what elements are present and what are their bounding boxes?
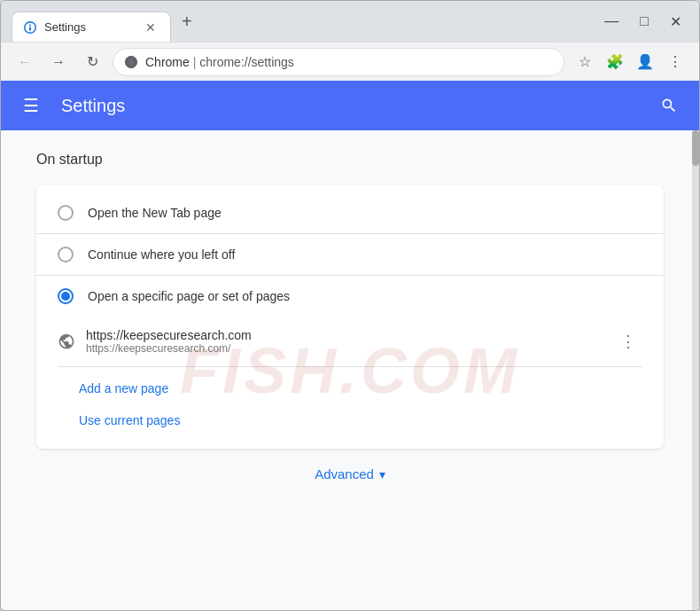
maximize-button[interactable]: □ xyxy=(629,1,659,42)
title-bar: Settings ✕ + — □ ✕ xyxy=(1,1,699,42)
address-actions: ☆ 🧩 👤 ⋮ xyxy=(572,49,688,75)
tab-title: Settings xyxy=(44,20,135,34)
section-title: On startup xyxy=(36,152,664,168)
close-button[interactable]: ✕ xyxy=(659,1,692,42)
url-main: https://keepsecuresearch.com xyxy=(86,328,603,342)
tab-favicon-icon xyxy=(23,20,37,35)
radio-circle-continue xyxy=(58,247,74,262)
profile-button[interactable]: 👤 xyxy=(632,49,658,75)
omnibox-url: Chrome | chrome://settings xyxy=(145,55,553,69)
scrollbar-track xyxy=(692,130,699,610)
add-new-page-button[interactable]: Add a new page xyxy=(79,374,621,403)
radio-option-new-tab[interactable]: Open the New Tab page xyxy=(36,192,664,233)
link-actions: Add a new page Use current pages xyxy=(58,367,642,442)
content-area: FISH.COM On startup Open the New Tab pag… xyxy=(1,130,699,610)
omnibox[interactable]: Chrome | chrome://settings xyxy=(113,48,564,76)
address-bar: ← → ↻ Chrome | chrome://settings ☆ 🧩 👤 ⋮ xyxy=(1,42,699,81)
use-current-pages-button[interactable]: Use current pages xyxy=(79,406,621,435)
app-header: ☰ Settings xyxy=(1,81,699,130)
browser-window: Settings ✕ + — □ ✕ ← → ↻ Chrome | chrom xyxy=(0,0,700,611)
refresh-button[interactable]: ↻ xyxy=(79,49,105,75)
globe-icon xyxy=(58,333,75,350)
radio-option-specific[interactable]: Open a specific page or set of pages xyxy=(36,276,664,317)
bookmark-button[interactable]: ☆ xyxy=(572,49,598,75)
main-content: FISH.COM On startup Open the New Tab pag… xyxy=(1,130,699,610)
radio-label-new-tab: Open the New Tab page xyxy=(88,206,222,220)
advanced-label: Advanced xyxy=(315,466,374,482)
radio-circle-new-tab xyxy=(58,205,74,221)
tab-close-button[interactable]: ✕ xyxy=(142,19,159,36)
menu-button[interactable]: ⋮ xyxy=(662,49,688,75)
radio-label-specific: Open a specific page or set of pages xyxy=(88,289,290,303)
advanced-button[interactable]: Advanced ▾ xyxy=(315,466,385,482)
url-sub: https://keepsecuresearch.com/ xyxy=(86,342,603,355)
url-section: https://keepsecuresearch.com https://kee… xyxy=(36,317,664,442)
advanced-section: Advanced ▾ xyxy=(36,449,664,499)
new-tab-button[interactable]: + xyxy=(175,12,199,32)
extensions-button[interactable]: 🧩 xyxy=(602,49,628,75)
startup-card: Open the New Tab page Continue where you… xyxy=(36,185,664,449)
settings-tab[interactable]: Settings ✕ xyxy=(12,12,171,42)
window-controls: — □ ✕ xyxy=(594,1,692,42)
app-title: Settings xyxy=(61,96,639,116)
minimize-button[interactable]: — xyxy=(594,1,629,42)
url-item: https://keepsecuresearch.com https://kee… xyxy=(58,317,642,367)
tabs-bar: Settings ✕ + xyxy=(8,1,594,42)
radio-label-continue: Continue where you left off xyxy=(88,247,235,262)
url-texts: https://keepsecuresearch.com https://kee… xyxy=(86,328,603,355)
scrollbar-thumb[interactable] xyxy=(692,130,699,166)
chevron-down-icon: ▾ xyxy=(379,467,385,482)
back-button[interactable]: ← xyxy=(12,49,38,75)
radio-circle-specific xyxy=(58,288,74,304)
forward-button[interactable]: → xyxy=(45,49,72,75)
radio-option-continue[interactable]: Continue where you left off xyxy=(36,234,664,275)
hamburger-menu-button[interactable]: ☰ xyxy=(15,90,47,121)
url-menu-button[interactable]: ⋮ xyxy=(614,327,642,356)
omnibox-lock-icon xyxy=(124,54,138,70)
search-button[interactable] xyxy=(653,90,685,121)
